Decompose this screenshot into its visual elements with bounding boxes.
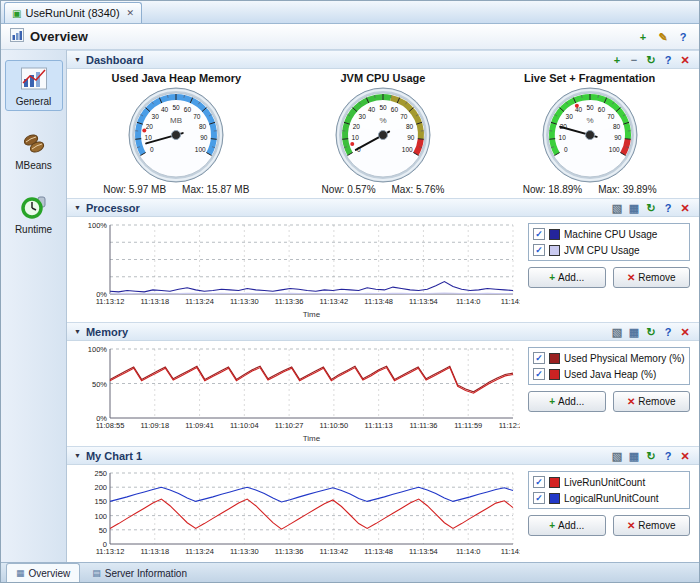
collapse-icon[interactable]: ▼: [74, 56, 81, 63]
svg-text:80: 80: [613, 123, 621, 130]
liveset-gauge-dial: 0102030405060708090100%: [500, 84, 680, 184]
add-button[interactable]: +Add...: [528, 515, 606, 536]
table-view-icon[interactable]: ▦: [627, 201, 641, 215]
checkbox[interactable]: ✓: [533, 492, 545, 504]
svg-text:250: 250: [94, 469, 107, 478]
remove-button[interactable]: ✕Remove: [613, 515, 691, 536]
help-icon[interactable]: ?: [661, 53, 675, 67]
svg-text:100%: 100%: [88, 345, 108, 354]
help-icon[interactable]: ?: [676, 30, 690, 44]
svg-text:11:13:18: 11:13:18: [140, 297, 169, 306]
svg-text:11:13:48: 11:13:48: [364, 547, 393, 556]
svg-text:11:14:6: 11:14:6: [501, 547, 520, 556]
tab-overview[interactable]: ▦ Overview: [6, 563, 80, 582]
checkbox[interactable]: ✓: [533, 476, 545, 488]
sidebar-item-label: Runtime: [15, 224, 52, 235]
overview-icon: [10, 28, 24, 46]
add-tab-icon[interactable]: +: [636, 30, 650, 44]
processor-section-header: ▼ Processor ▧ ▦ ↻ ? ✕: [67, 198, 699, 217]
checkbox[interactable]: ✓: [533, 244, 545, 256]
legend-item[interactable]: ✓ Used Java Heap (%): [533, 368, 685, 380]
svg-text:0%: 0%: [96, 290, 107, 299]
svg-text:70: 70: [194, 113, 202, 120]
checkbox[interactable]: ✓: [533, 228, 545, 240]
svg-text:90: 90: [201, 134, 209, 141]
add-dial-icon[interactable]: +: [610, 53, 624, 67]
legend-item[interactable]: ✓ Machine CPU Usage: [533, 228, 685, 240]
svg-text:80: 80: [406, 123, 414, 130]
svg-text:40: 40: [368, 106, 376, 113]
table-view-icon[interactable]: ▦: [627, 449, 641, 463]
series-swatch: [549, 353, 560, 364]
section-title: Memory: [86, 326, 128, 338]
svg-text:20: 20: [146, 123, 154, 130]
remove-button[interactable]: ✕Remove: [613, 391, 691, 412]
help-icon[interactable]: ?: [661, 325, 675, 339]
svg-text:50%: 50%: [92, 380, 107, 389]
close-section-icon[interactable]: ✕: [678, 53, 692, 67]
editor-tab-userununit[interactable]: ▣ UseRunUnit (8340) ✕: [4, 2, 142, 23]
refresh-icon[interactable]: ↻: [644, 53, 658, 67]
close-section-icon[interactable]: ✕: [678, 449, 692, 463]
svg-text:70: 70: [400, 113, 408, 120]
svg-text:30: 30: [565, 113, 573, 120]
table-view-icon[interactable]: ▦: [627, 325, 641, 339]
legend-item[interactable]: ✓ JVM CPU Usage: [533, 244, 685, 256]
collapse-icon[interactable]: ▼: [74, 452, 81, 459]
gauge-title: JVM CPU Usage: [340, 72, 425, 84]
svg-text:11:13:42: 11:13:42: [320, 547, 349, 556]
svg-text:11:13:24: 11:13:24: [185, 547, 214, 556]
help-icon[interactable]: ?: [661, 449, 675, 463]
remove-button[interactable]: ✕Remove: [613, 267, 691, 288]
svg-text:100: 100: [402, 146, 413, 153]
sidebar: General MBeans: [1, 50, 67, 562]
svg-text:11:11:36: 11:11:36: [409, 421, 437, 430]
edit-icon[interactable]: ✎: [656, 30, 670, 44]
overview-content: ▼ Dashboard + − ↻ ? ✕ Used Java Heap Mem…: [67, 50, 699, 562]
svg-text:11:13:36: 11:13:36: [275, 297, 304, 306]
svg-text:60: 60: [391, 106, 399, 113]
gauge-now-value: Now: 0.57%: [322, 184, 376, 195]
svg-text:MB: MB: [170, 116, 182, 125]
svg-text:90: 90: [407, 134, 415, 141]
add-button[interactable]: +Add...: [528, 267, 606, 288]
legend-label: Machine CPU Usage: [564, 229, 657, 240]
mychart-section-header: ▼ My Chart 1 ▧ ▦ ↻ ? ✕: [67, 446, 699, 465]
close-section-icon[interactable]: ✕: [678, 325, 692, 339]
svg-text:50: 50: [99, 526, 107, 535]
legend-item[interactable]: ✓ LogicalRunUnitCount: [533, 492, 685, 504]
refresh-icon[interactable]: ↻: [644, 325, 658, 339]
sidebar-item-mbeans[interactable]: MBeans: [5, 124, 63, 175]
dashboard-section-header: ▼ Dashboard + − ↻ ? ✕: [67, 50, 699, 69]
close-section-icon[interactable]: ✕: [678, 201, 692, 215]
checkbox[interactable]: ✓: [533, 352, 545, 364]
app-window: ▣ UseRunUnit (8340) ✕ Overview + ✎ ?: [0, 0, 700, 583]
legend-item[interactable]: ✓ LiveRunUnitCount: [533, 476, 685, 488]
remove-dial-icon[interactable]: −: [627, 53, 641, 67]
tab-server-information[interactable]: ▤ Server Information: [82, 563, 197, 582]
add-button[interactable]: +Add...: [528, 391, 606, 412]
snapshot-icon[interactable]: ▧: [610, 325, 624, 339]
mychart-legend: ✓ LiveRunUnitCount ✓ LogicalRunUnitCount: [528, 471, 690, 509]
legend-item[interactable]: ✓ Used Physical Memory (%): [533, 352, 685, 364]
refresh-icon[interactable]: ↻: [644, 449, 658, 463]
collapse-icon[interactable]: ▼: [74, 204, 81, 211]
gauge-now-value: Now: 18.89%: [523, 184, 582, 195]
mychart-chart: 11:13:1211:13:1811:13:2411:13:3011:13:36…: [76, 468, 520, 562]
svg-text:80: 80: [199, 123, 207, 130]
memory-section-header: ▼ Memory ▧ ▦ ↻ ? ✕: [67, 322, 699, 341]
sidebar-item-general[interactable]: General: [5, 60, 63, 111]
svg-text:60: 60: [184, 106, 192, 113]
collapse-icon[interactable]: ▼: [74, 328, 81, 335]
svg-text:50: 50: [173, 104, 181, 111]
help-icon[interactable]: ?: [661, 201, 675, 215]
snapshot-icon[interactable]: ▧: [610, 449, 624, 463]
svg-text:11:10:27: 11:10:27: [275, 421, 304, 430]
checkbox[interactable]: ✓: [533, 368, 545, 380]
sidebar-item-runtime[interactable]: Runtime: [5, 188, 63, 239]
gauge-title: Live Set + Fragmentation: [524, 72, 655, 84]
refresh-icon[interactable]: ↻: [644, 201, 658, 215]
tab-close-icon[interactable]: ✕: [127, 8, 135, 18]
snapshot-icon[interactable]: ▧: [610, 201, 624, 215]
svg-text:60: 60: [597, 106, 605, 113]
